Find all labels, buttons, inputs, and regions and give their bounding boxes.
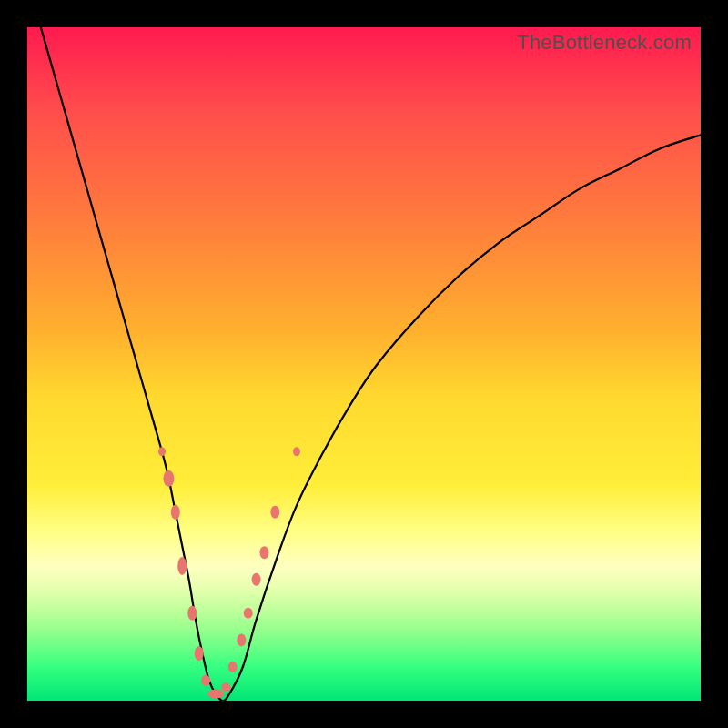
chart-frame: TheBottleneck.com <box>27 27 701 701</box>
data-marker <box>207 690 224 699</box>
data-marker <box>259 546 268 559</box>
data-marker <box>270 506 279 519</box>
data-marker <box>221 682 230 692</box>
watermark-text: TheBottleneck.com <box>517 31 692 55</box>
data-marker <box>293 447 300 456</box>
data-marker <box>171 505 180 520</box>
marker-group <box>158 447 300 698</box>
data-marker <box>195 646 204 661</box>
bottleneck-chart <box>27 27 701 701</box>
data-marker <box>252 573 261 586</box>
data-marker <box>187 606 197 621</box>
data-marker <box>228 662 238 672</box>
data-marker <box>158 447 166 456</box>
data-marker <box>163 470 174 487</box>
data-marker <box>237 633 246 646</box>
data-marker <box>201 675 210 686</box>
bottleneck-curve-path <box>41 27 701 701</box>
data-marker <box>244 608 253 619</box>
data-marker <box>177 557 187 575</box>
